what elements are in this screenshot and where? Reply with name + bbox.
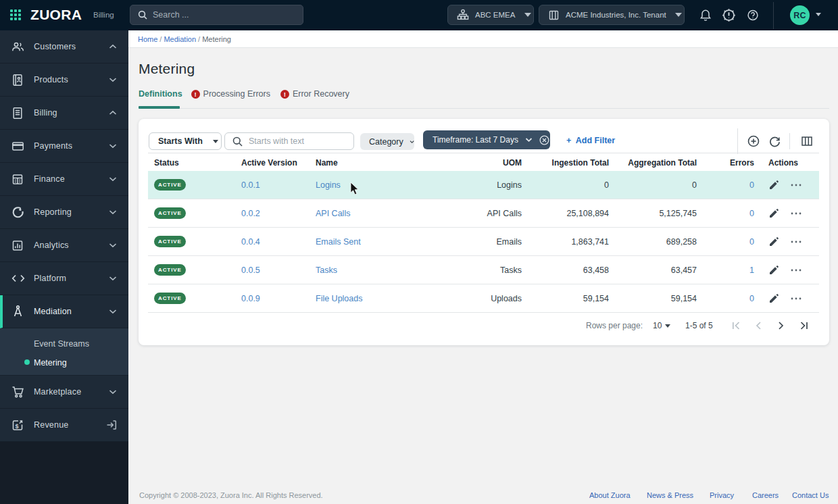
svg-text:$: $ bbox=[16, 422, 19, 429]
